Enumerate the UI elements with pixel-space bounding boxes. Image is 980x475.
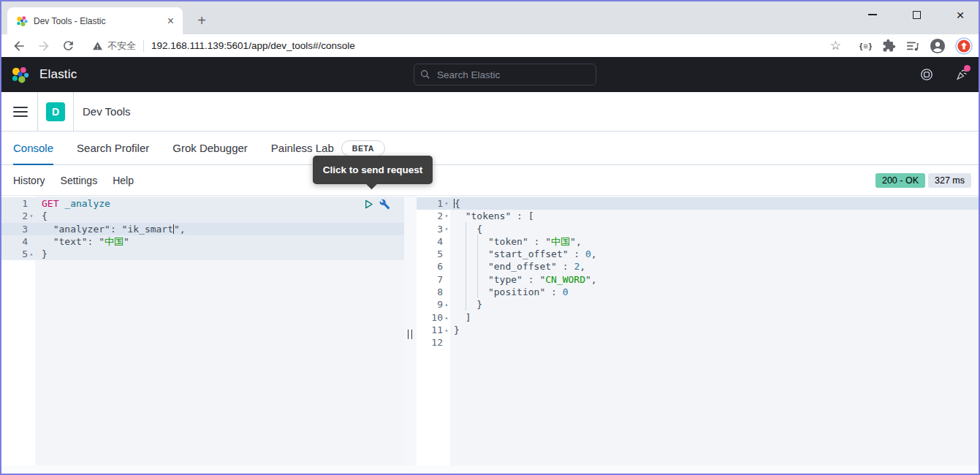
wrench-settings-icon[interactable] [379,199,390,210]
code-text [450,336,454,349]
not-secure-warning-icon [92,41,103,51]
help-link[interactable]: Help [113,175,134,186]
window-close-button[interactable]: × [949,4,971,26]
code-line[interactable]: 6 "end_offset" : 2, [417,260,979,273]
fold-open-icon[interactable]: ▾ [443,223,450,235]
code-line[interactable]: 4 "token" : "中国", [417,235,979,248]
code-line[interactable]: 2▾{ [1,210,404,222]
console-main: 1GET _analyze2▾{3 "analyzer": "ik_smart"… [1,196,979,474]
code-token: "type" : " [454,274,545,285]
send-request-play-button[interactable] [363,199,374,210]
code-line[interactable]: 5 "start_offset" : 0, [417,248,979,260]
back-icon[interactable] [12,39,26,53]
code-text: "position" : 0 [450,286,569,298]
global-search-input[interactable] [436,69,582,81]
global-search-box[interactable] [414,64,596,86]
code-token: } [454,324,460,335]
divider [73,92,74,132]
window-minimize-button[interactable] [862,4,884,26]
json-extension-icon[interactable]: {≡} [859,42,873,50]
url-separator [143,40,144,52]
panel-divider[interactable] [404,196,417,466]
request-editor[interactable]: 1GET _analyze2▾{3 "analyzer": "ik_smart"… [1,196,404,466]
fold-spacer [443,286,450,298]
line-number: 12 [417,336,443,349]
code-text: } [35,248,48,260]
code-token: _analyze [64,198,110,209]
response-editor[interactable]: 1▾{2▾ "tokens" : [3▾ {4 "token" : "中国",5… [417,196,979,466]
reload-icon[interactable] [61,39,76,53]
code-text: GET _analyze [35,197,110,210]
line-gutter: 6 [417,260,450,273]
code-line[interactable]: 10▴ ] [417,311,979,324]
line-gutter: 3▾ [417,223,450,235]
code-line[interactable]: 1GET _analyze [1,197,404,210]
line-number: 7 [417,273,443,286]
code-line[interactable]: 12 [417,336,979,349]
code-line[interactable]: 9▴ } [417,298,979,311]
search-icon [420,69,430,80]
code-token: ", [174,224,186,235]
space-avatar[interactable]: D [46,102,65,121]
fold-spacer [443,336,450,349]
window-maximize-button[interactable] [905,4,927,26]
red-extension-icon[interactable] [955,37,973,55]
code-line[interactable]: 11▴} [417,324,979,336]
browser-tab[interactable]: Dev Tools - Elastic × [7,7,183,34]
forward-icon[interactable] [37,39,51,53]
line-number: 2 [1,210,28,222]
request-actions [363,199,390,210]
fold-close-icon[interactable]: ▴ [443,324,450,336]
fold-spacer [443,235,450,248]
code-line[interactable]: 3 "analyzer": "ik_smart", [1,223,404,235]
code-token: } [42,248,48,259]
code-line[interactable]: 5▴} [1,248,404,260]
code-line[interactable]: 1▾{ [417,197,979,210]
code-token: 中国 [105,236,124,247]
code-line[interactable]: 7 "type" : "CN_WORD", [417,273,979,286]
tab-search-profiler[interactable]: Search Profiler [77,132,149,165]
settings-link[interactable]: Settings [61,175,98,186]
media-playlist-icon[interactable] [905,39,920,53]
line-gutter: 7 [417,273,450,286]
resize-handle-icon[interactable] [408,330,412,339]
line-number: 5 [1,248,28,260]
line-number: 3 [1,223,28,235]
line-gutter: 8 [417,286,450,298]
elastic-logo[interactable] [11,66,29,84]
fold-open-icon[interactable]: ▾ [443,197,450,210]
extensions-puzzle-icon[interactable] [882,39,896,53]
help-lifering-icon[interactable] [920,68,933,81]
fold-spacer [443,248,450,260]
new-tab-button[interactable]: + [191,10,212,31]
code-token: { [42,210,48,221]
line-gutter: 12 [417,336,450,349]
code-line[interactable]: 2▾ "tokens" : [ [417,210,979,222]
code-line[interactable]: 8 "position" : 0 [417,286,979,298]
fold-close-icon[interactable]: ▴ [443,298,450,311]
browser-address-bar: 不安全 192.168.111.139:5601/app/dev_tools#/… [1,34,979,57]
fold-close-icon[interactable]: ▴ [443,311,450,324]
bookmark-star-icon[interactable]: ☆ [830,38,841,53]
code-text: } [450,298,482,311]
code-token: } [454,299,482,310]
tab-grok-debugger[interactable]: Grok Debugger [172,132,248,165]
site-security-info[interactable]: 不安全 [92,39,151,53]
notification-dot [964,65,970,72]
tab-close-icon[interactable]: × [164,15,177,27]
fold-open-icon[interactable]: ▾ [28,210,35,222]
code-text: "tokens" : [ [450,210,534,222]
fold-close-icon[interactable]: ▴ [28,248,35,260]
code-line[interactable]: 4 "text": "中国" [1,235,404,248]
menu-hamburger-icon[interactable] [13,107,28,117]
history-link[interactable]: History [13,175,45,186]
line-gutter: 4 [1,235,35,248]
code-line[interactable]: 3▾ { [417,223,979,235]
fold-open-icon[interactable]: ▾ [443,210,450,222]
tab-console[interactable]: Console [13,132,53,165]
line-number: 1 [417,197,443,210]
newsfeed-icon[interactable] [955,68,968,81]
beta-badge: BETA [341,140,385,156]
url-text[interactable]: 192.168.111.139:5601/app/dev_tools#/cons… [151,40,355,51]
profile-avatar-icon[interactable] [930,38,946,54]
